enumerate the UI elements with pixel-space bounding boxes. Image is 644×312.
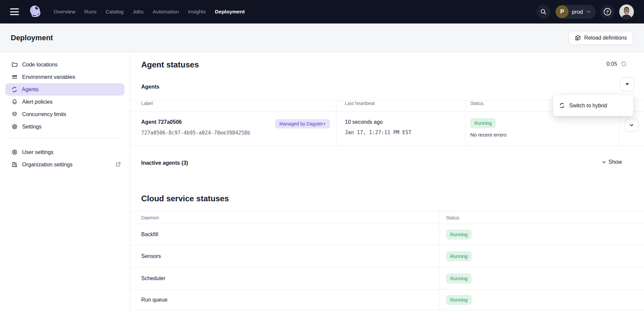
chevron-down-icon (586, 9, 591, 14)
menu-item-switch-to-hybrid[interactable]: Switch to hybrid (569, 103, 607, 109)
gear-icon (11, 123, 18, 130)
agent-status-note: No recent errors (470, 132, 619, 138)
daemon-name: Scheduler (130, 267, 439, 290)
agent-row: Agent 727a0506 727a0506-8c97-4b95-a024-7… (130, 112, 644, 146)
refresh-countdown-value: 0:05 (606, 61, 617, 67)
svg-text:?: ? (606, 9, 609, 14)
agent-uuid: 727a0506-8c97-4b95-a024-70ee3984258b (141, 130, 250, 136)
folder-icon (11, 61, 18, 68)
sidebar-item-code-locations[interactable]: Code locations (0, 58, 130, 71)
reload-definitions-icon (575, 35, 581, 41)
building-icon (11, 161, 18, 168)
sidebar-item-label: Organization settings (22, 162, 72, 168)
daemon-status-badge: Running (446, 273, 472, 283)
chevron-down-icon (602, 160, 606, 164)
nav-item-insights[interactable]: Insights (188, 9, 206, 15)
refresh-icon[interactable] (621, 61, 627, 67)
external-link-icon (115, 161, 121, 169)
sidebar-item-label: Code locations (22, 62, 58, 68)
inactive-agents-label: Inactive agents (3) (141, 160, 188, 166)
agent-status-badge: Running (470, 118, 496, 128)
sidebar-item-user-settings[interactable]: User settings (0, 146, 130, 158)
workspace-name: prod (572, 9, 583, 15)
help-icon: ? (603, 7, 612, 16)
daemon-row-backfill: Backfill Running (130, 224, 644, 245)
layers-icon (11, 111, 18, 117)
search-icon (540, 8, 547, 15)
sidebar-item-agents[interactable]: Agents (5, 83, 124, 96)
sidebar-item-alert-policies[interactable]: Alert policies (0, 96, 130, 108)
agent-heartbeat-relative: 10 seconds ago (345, 119, 465, 125)
daemon-status-badge: Running (446, 251, 472, 261)
dagster-logo-icon[interactable] (27, 3, 44, 20)
nav-item-automation[interactable]: Automation (153, 9, 179, 15)
sidebar-item-label: Agents (22, 87, 39, 93)
workspace-switcher[interactable]: P prod (555, 5, 596, 19)
agent-icon (559, 103, 565, 108)
inactive-agents-show-toggle[interactable]: Show (602, 159, 622, 165)
caret-down-icon (626, 83, 629, 85)
sidebar-item-concurrency-limits[interactable]: Concurrency limits (0, 108, 130, 120)
sidebar-item-settings[interactable]: Settings (0, 120, 130, 133)
chevron-down-icon (629, 123, 634, 127)
reload-definitions-label: Reload definitions (584, 35, 627, 41)
hamburger-menu-icon[interactable] (10, 8, 19, 15)
workspace-avatar: P (556, 5, 569, 18)
agents-section-title: Agents (141, 84, 159, 90)
deployment-sidebar: Code locations Environment variables Age… (0, 53, 130, 312)
sidebar-item-label: Environment variables (22, 74, 75, 80)
agent-statuses-title: Agent statuses (141, 60, 199, 69)
cloud-table-header: Daemon Status (130, 211, 644, 224)
daemon-name: Run queue (130, 290, 439, 310)
bell-icon (11, 99, 18, 105)
daemon-row-run-queue: Run queue Running (130, 290, 644, 310)
nav-item-jobs[interactable]: Jobs (132, 9, 144, 15)
daemon-name: Sensors (130, 245, 439, 267)
column-header-label: Label (130, 101, 336, 111)
sidebar-divider (5, 138, 124, 139)
daemon-row-sensors: Sensors Running (130, 245, 644, 267)
agent-row-menu-button[interactable] (625, 118, 638, 132)
column-header-daemon: Daemon (130, 211, 439, 224)
help-button[interactable]: ? (600, 5, 614, 19)
daemon-name: Backfill (130, 224, 439, 245)
sidebar-item-label: Alert policies (22, 99, 53, 105)
nav-item-overview[interactable]: Overview (54, 9, 75, 15)
agents-dropdown-menu: Switch to hybrid (553, 95, 633, 116)
nav-item-catalog[interactable]: Catalog (106, 9, 123, 15)
column-header-status: Status (439, 211, 644, 224)
top-nav: Overview Runs Catalog Jobs Automation In… (0, 0, 644, 23)
column-header-last-heartbeat: Last heartbeat (336, 101, 466, 111)
nav-item-runs[interactable]: Runs (85, 9, 97, 15)
daemon-row-scheduler: Scheduler Running (130, 267, 644, 290)
managed-by-dagster-badge: Managed by Dagster+ (275, 119, 330, 128)
sidebar-item-label: Concurrency limits (22, 111, 66, 117)
cloud-service-statuses-title: Cloud service statuses (141, 194, 229, 203)
daemon-status-badge: Running (446, 295, 472, 305)
sidebar-item-organization-settings[interactable]: Organization settings (0, 158, 130, 171)
refresh-countdown: 0:05 (606, 61, 627, 67)
nav-item-deployment[interactable]: Deployment (215, 9, 245, 15)
reload-definitions-button[interactable]: Reload definitions (568, 31, 633, 45)
page-title: Deployment (11, 34, 53, 42)
env-variables-icon (11, 74, 18, 80)
daemon-status-badge: Running (446, 229, 472, 240)
nav-links: Overview Runs Catalog Jobs Automation In… (54, 9, 245, 15)
sidebar-item-environment-variables[interactable]: Environment variables (0, 71, 130, 83)
agent-icon (11, 87, 17, 93)
top-nav-right: P prod ? (536, 4, 634, 19)
sidebar-item-label: Settings (22, 124, 42, 130)
user-circle-icon (11, 149, 18, 155)
agents-actions-dropdown-button[interactable] (620, 77, 634, 91)
user-avatar[interactable] (619, 4, 634, 19)
agent-name: Agent 727a0506 (141, 119, 250, 125)
page-header: Deployment Reload definitions (0, 23, 644, 52)
cloud-services-table: Daemon Status Backfill Running Sensors R… (130, 211, 644, 310)
agent-heartbeat-timestamp: Jan 17, 1:27:11 PM EST (345, 129, 465, 136)
search-button[interactable] (536, 5, 550, 19)
sidebar-item-label: User settings (22, 149, 53, 155)
show-label: Show (608, 159, 622, 165)
